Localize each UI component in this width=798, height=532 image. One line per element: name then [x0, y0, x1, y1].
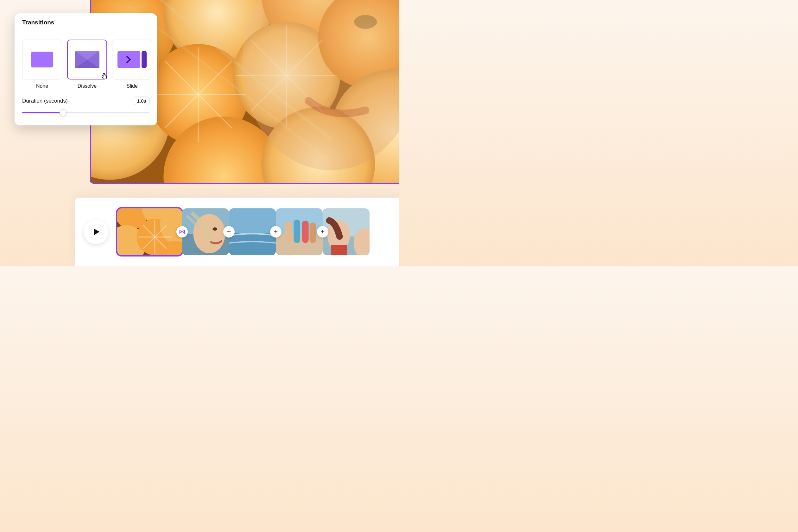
transition-option-slide[interactable]: Slide [112, 40, 152, 89]
svg-rect-59 [331, 245, 347, 255]
pointer-cursor-icon [100, 73, 108, 81]
plus-icon: + [274, 228, 278, 236]
transition-label: None [36, 83, 48, 89]
svg-rect-52 [285, 221, 292, 242]
popover-title: Transitions [15, 13, 157, 32]
duration-section: Duration (seconds) 1.0s [15, 92, 157, 126]
svg-point-47 [212, 227, 217, 230]
svg-rect-54 [302, 221, 309, 243]
dissolve-icon [75, 51, 99, 68]
transitions-list: None Dissolve [15, 32, 157, 92]
svg-rect-64 [141, 51, 147, 68]
transition-label: Dissolve [78, 83, 97, 89]
add-transition-button[interactable]: + [270, 226, 282, 238]
none-icon [31, 52, 53, 68]
duration-label: Duration (seconds) [22, 98, 68, 104]
timeline: + + [75, 197, 399, 266]
transitions-popover: Transitions None [15, 13, 157, 126]
clip-thumbnail[interactable] [182, 208, 229, 255]
transition-option-dissolve[interactable]: Dissolve [67, 40, 107, 89]
clip-thumbnail[interactable] [229, 208, 276, 255]
duration-slider[interactable] [22, 110, 150, 116]
transition-option-none[interactable]: None [22, 40, 62, 89]
svg-rect-55 [310, 222, 316, 243]
plus-icon: + [321, 228, 325, 236]
clip-strip: + + [117, 208, 369, 255]
svg-rect-53 [293, 220, 300, 243]
svg-rect-49 [229, 233, 276, 255]
play-button[interactable] [83, 220, 108, 244]
transition-marker[interactable] [176, 226, 188, 238]
add-transition-button[interactable]: + [223, 226, 235, 238]
slider-thumb[interactable] [59, 109, 66, 116]
slide-icon [117, 51, 147, 68]
duration-value[interactable]: 1.0s [134, 97, 150, 105]
svg-rect-63 [117, 51, 140, 68]
play-icon [91, 227, 101, 236]
clip-thumbnail[interactable] [323, 208, 369, 255]
add-transition-button[interactable]: + [317, 226, 328, 238]
transition-label: Slide [126, 83, 138, 89]
svg-rect-61 [31, 52, 53, 68]
clip-thumbnail[interactable] [117, 208, 182, 255]
bowtie-icon [179, 229, 185, 235]
clip-thumbnail[interactable] [276, 208, 323, 255]
svg-point-28 [354, 15, 377, 29]
plus-icon: + [227, 228, 231, 236]
slider-fill [22, 112, 63, 113]
